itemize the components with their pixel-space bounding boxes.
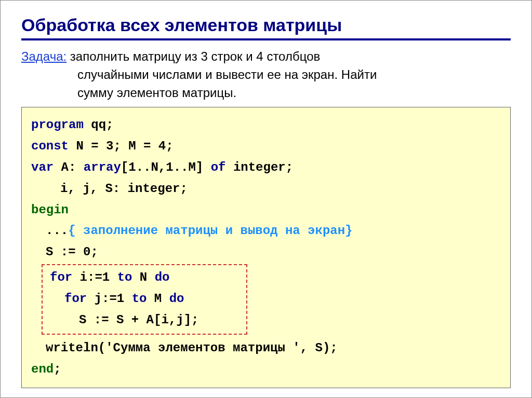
code-line: program qq; xyxy=(31,115,501,136)
code-text: N = 3; M = 4; xyxy=(69,139,174,153)
code-text: i:=1 xyxy=(72,270,117,284)
task-line3: сумму элементов матрицы. xyxy=(21,84,511,102)
code-text: A: xyxy=(54,160,84,174)
code-line: writeln('Сумма элементов матрицы ', S); xyxy=(31,338,501,359)
keyword-for: for xyxy=(64,292,87,306)
code-line: ... { заполнение матрицы и вывод на экра… xyxy=(31,221,501,242)
keyword-const: const xyxy=(31,139,69,153)
keyword-do: do xyxy=(155,270,170,284)
keyword-begin: begin xyxy=(31,203,69,217)
keyword-to: to xyxy=(132,292,147,306)
keyword-of: of xyxy=(211,160,226,174)
keyword-do: do xyxy=(169,292,184,306)
slide: Обработка всех элементов матрицы Задача:… xyxy=(0,0,532,398)
code-text: i, j, S: integer; xyxy=(31,179,188,200)
code-line: i, j, S: integer; xyxy=(31,179,501,200)
code-text: ; xyxy=(54,362,61,376)
code-dots: ... xyxy=(31,221,68,242)
code-text: S := S + A[i,j]; xyxy=(79,313,198,327)
keyword-array: array xyxy=(84,160,121,174)
task-line1: заполнить матрицу из 3 строк и 4 столбцо… xyxy=(70,49,320,63)
code-text: writeln('Сумма элементов матрицы ', S); xyxy=(31,338,338,359)
code-line: for i:=1 to N do xyxy=(46,267,243,289)
keyword-end: end xyxy=(31,362,54,376)
code-text: M xyxy=(147,292,169,306)
slide-title: Обработка всех элементов матрицы xyxy=(21,15,511,40)
keyword-var: var xyxy=(31,160,54,174)
code-text: qq; xyxy=(84,118,114,132)
task-label: Задача: xyxy=(21,49,66,63)
code-line: S := S + A[i,j]; xyxy=(46,310,243,331)
keyword-program: program xyxy=(31,118,84,132)
code-text: S := 0; xyxy=(31,242,98,263)
code-line: end; xyxy=(31,359,501,380)
code-line: var A: array[1..N,1..M] of integer; xyxy=(31,157,501,179)
code-block: program qq; const N = 3; M = 4; var A: a… xyxy=(21,107,511,388)
code-line: for j:=1 to M do xyxy=(46,289,243,310)
code-line: begin xyxy=(31,200,501,221)
code-line: const N = 3; M = 4; xyxy=(31,136,501,157)
code-text: [1..N,1..M] xyxy=(121,160,211,174)
code-text: N xyxy=(132,270,154,284)
keyword-for: for xyxy=(50,270,72,284)
keyword-to: to xyxy=(117,270,132,284)
highlighted-loop-block: for i:=1 to N do for j:=1 to M do S := S… xyxy=(42,264,247,335)
task-description: Задача: заполнить матрицу из 3 строк и 4… xyxy=(21,48,511,102)
code-line: S := 0; xyxy=(31,242,501,263)
code-comment: { заполнение матрицы и вывод на экран} xyxy=(68,224,352,238)
task-line2: случайными числами и вывести ее на экран… xyxy=(21,66,511,84)
code-text: integer; xyxy=(225,160,293,174)
code-text: j:=1 xyxy=(87,292,131,306)
